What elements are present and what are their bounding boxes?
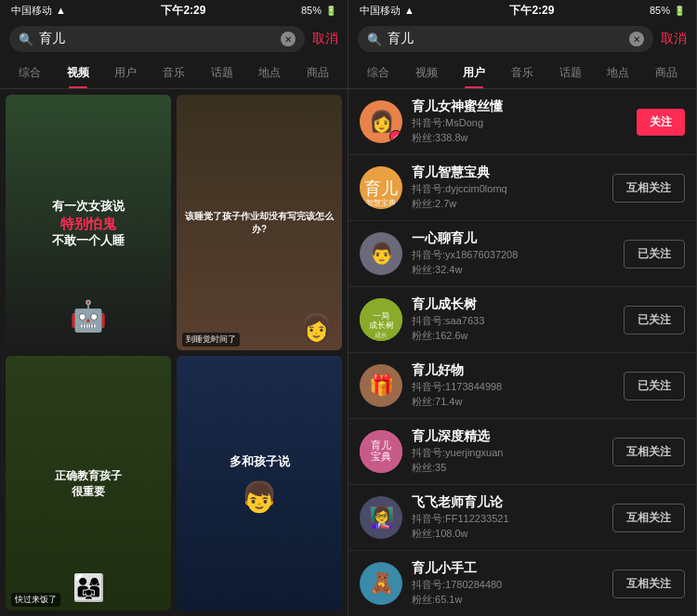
left-tab-music[interactable]: 音乐 <box>150 58 198 88</box>
left-tab-all[interactable]: 综合 <box>6 58 54 88</box>
video4-title: 多和孩子说 <box>230 453 290 470</box>
user3-follow-button[interactable]: 已关注 <box>624 240 685 269</box>
right-status-bar: 中国移动 ▲ 下午2:29 85% 🔋 <box>348 0 696 20</box>
right-tab-all[interactable]: 综合 <box>354 58 402 88</box>
right-search-icon: 🔍 <box>367 33 382 46</box>
right-status-left: 中国移动 ▲ <box>360 4 414 18</box>
video-card-4[interactable]: 多和孩子说 👦 多和孩子说这5句话，你的孩子会越来越优秀#育儿教育 #宝妈 @老… <box>177 356 342 611</box>
left-panel: 中国移动 ▲ 下午2:29 85% 🔋 🔍 育儿 ✕ 取消 综合 视频 用户 音… <box>0 0 348 616</box>
video3-corner-label: 快过来饭了 <box>11 593 60 607</box>
right-search-clear-button[interactable]: ✕ <box>629 32 644 46</box>
user-item-7[interactable]: 👩‍🏫 飞飞老师育儿论 抖音号:FF112233521 粉丝:108.0w 互相… <box>348 485 696 551</box>
user1-avatar: 👩 ✓ <box>360 100 402 143</box>
svg-text:成长: 成长 <box>375 332 388 338</box>
user7-follow-button[interactable]: 互相关注 <box>612 504 685 532</box>
right-search-text: 育儿 <box>388 31 624 47</box>
svg-text:育儿: 育儿 <box>371 439 391 451</box>
user4-follow-button[interactable]: 已关注 <box>624 306 685 334</box>
user-item-1[interactable]: 👩 ✓ 育儿女神蜜丝懂 抖音号:MsDong 粉丝:338.8w 关注 <box>348 89 696 155</box>
video-card-3[interactable]: 正确教育孩子 很重要 👨‍👩‍👧 快过来饭了 这位妈妈太会教育孩子了......… <box>6 356 171 611</box>
user5-info: 育儿好物 抖音号:1173844998 粉丝:71.4w <box>412 362 614 409</box>
video1-title1: 有一次女孩说 <box>52 198 125 215</box>
video-card-1[interactable]: 有一次女孩说 特别怕鬼 不敢一个人睡 🤖 学会倾听，是父母给孩子最好的教育。耐心… <box>6 95 171 350</box>
user2-avatar: 育儿 智慧宝典 <box>360 166 402 209</box>
right-panel: 中国移动 ▲ 下午2:29 85% 🔋 🔍 育儿 ✕ 取消 综合 视频 用户 音… <box>348 0 697 616</box>
svg-text:一局: 一局 <box>373 311 389 321</box>
video2-figure: 👩 <box>300 312 333 343</box>
user8-avatar-icon: 🧸 <box>369 571 394 596</box>
left-search-clear-button[interactable]: ✕ <box>281 32 296 46</box>
user6-fans: 粉丝:35 <box>412 461 603 475</box>
left-tab-user[interactable]: 用户 <box>101 58 150 88</box>
left-search-input-wrap[interactable]: 🔍 育儿 ✕ <box>9 26 305 52</box>
user3-fans: 粉丝:32.4w <box>412 263 614 277</box>
left-tab-video[interactable]: 视频 <box>54 58 102 88</box>
user6-follow-button[interactable]: 互相关注 <box>612 438 685 466</box>
user-item-8[interactable]: 🧸 育儿小手工 抖音号:1780284480 粉丝:65.1w 互相关注 <box>348 551 696 616</box>
user7-name: 飞飞老师育儿论 <box>412 494 603 511</box>
right-search-bar: 🔍 育儿 ✕ 取消 <box>348 20 696 58</box>
user4-info: 育儿成长树 抖音号:saa7633 粉丝:162.6w <box>412 296 614 343</box>
svg-text:智慧宝典: 智慧宝典 <box>366 199 396 207</box>
user1-avatar-icon: 👩 <box>369 110 394 134</box>
video2-corner-label: 到睡觉时间了 <box>182 333 240 347</box>
left-search-text: 育儿 <box>39 31 275 47</box>
left-tab-product[interactable]: 商品 <box>294 58 342 88</box>
user-item-5[interactable]: 🎁 育儿好物 抖音号:1173844998 粉丝:71.4w 已关注 <box>348 353 696 419</box>
right-tab-place[interactable]: 地点 <box>595 58 643 88</box>
video3-title2: 很重要 <box>55 484 122 500</box>
right-tab-user[interactable]: 用户 <box>450 58 498 88</box>
user5-fans: 粉丝:71.4w <box>412 395 614 409</box>
user-item-2[interactable]: 育儿 智慧宝典 育儿智慧宝典 抖音号:dyjccim0lomq 粉丝:2.7w … <box>348 155 696 221</box>
user5-avatar-icon: 🎁 <box>369 374 394 398</box>
right-cancel-button[interactable]: 取消 <box>661 31 687 47</box>
user1-name: 育儿女神蜜丝懂 <box>412 98 627 115</box>
video4-figure: 👦 <box>241 479 278 515</box>
user8-follow-button[interactable]: 互相关注 <box>612 570 685 598</box>
user3-info: 一心聊育儿 抖音号:yx18676037208 粉丝:32.4w <box>412 230 614 277</box>
right-tab-topic[interactable]: 话题 <box>546 58 595 88</box>
user2-handle: 抖音号:dyjccim0lomq <box>412 182 603 196</box>
user7-handle: 抖音号:FF112233521 <box>412 512 603 526</box>
user-list: 👩 ✓ 育儿女神蜜丝懂 抖音号:MsDong 粉丝:338.8w 关注 育儿 智… <box>348 89 696 616</box>
video-grid: 有一次女孩说 特别怕鬼 不敢一个人睡 🤖 学会倾听，是父母给孩子最好的教育。耐心… <box>0 89 348 616</box>
user3-handle: 抖音号:yx18676037208 <box>412 248 614 262</box>
left-search-icon: 🔍 <box>19 33 33 46</box>
user7-avatar: 👩‍🏫 <box>360 496 402 539</box>
user-item-4[interactable]: 一局 成长树 成长 育儿成长树 抖音号:saa7633 粉丝:162.6w 已关… <box>348 287 696 353</box>
user8-fans: 粉丝:65.1w <box>412 593 603 607</box>
right-tab-product[interactable]: 商品 <box>642 58 690 88</box>
right-tabs: 综合 视频 用户 音乐 话题 地点 商品 <box>348 58 696 89</box>
left-tab-place[interactable]: 地点 <box>246 58 295 88</box>
svg-text:宝典: 宝典 <box>371 451 391 462</box>
left-carrier: 中国移动 <box>11 4 52 18</box>
user6-handle: 抖音号:yuerjingxuan <box>412 446 603 460</box>
user4-avatar-svg: 一局 成长树 成长 <box>360 298 402 341</box>
user4-handle: 抖音号:saa7633 <box>412 314 614 328</box>
left-tab-topic[interactable]: 话题 <box>198 58 246 88</box>
video2-title: 该睡觉了孩子作业却没有写完该怎么办? <box>184 210 335 236</box>
user3-avatar: 👨 <box>360 232 402 275</box>
user1-info: 育儿女神蜜丝懂 抖音号:MsDong 粉丝:338.8w <box>412 98 627 145</box>
user2-name: 育儿智慧宝典 <box>412 164 603 181</box>
right-battery-icon: 🔋 <box>674 6 685 16</box>
right-search-input-wrap[interactable]: 🔍 育儿 ✕ <box>358 26 653 52</box>
left-status-bar: 中国移动 ▲ 下午2:29 85% 🔋 <box>0 0 348 20</box>
user-item-3[interactable]: 👨 一心聊育儿 抖音号:yx18676037208 粉丝:32.4w 已关注 <box>348 221 696 287</box>
user2-info: 育儿智慧宝典 抖音号:dyjccim0lomq 粉丝:2.7w <box>412 164 603 211</box>
user5-follow-button[interactable]: 已关注 <box>624 372 685 400</box>
right-tab-music[interactable]: 音乐 <box>498 58 546 88</box>
video-card-2[interactable]: 该睡觉了孩子作业却没有写完该怎么办? 👩 到睡觉时间了 该睡觉了孩子作业却没写完… <box>177 95 342 350</box>
user5-avatar: 🎁 <box>360 364 402 407</box>
left-battery: 85% <box>301 5 322 16</box>
left-cancel-button[interactable]: 取消 <box>312 31 338 47</box>
right-tab-video[interactable]: 视频 <box>402 58 451 88</box>
right-battery: 85% <box>650 5 670 16</box>
user5-name: 育儿好物 <box>412 362 614 379</box>
user2-follow-button[interactable]: 互相关注 <box>612 174 685 203</box>
user8-name: 育儿小手工 <box>412 560 603 577</box>
user1-follow-button[interactable]: 关注 <box>637 109 685 136</box>
user6-avatar: 育儿 宝典 <box>360 430 402 473</box>
user2-avatar-svg: 育儿 智慧宝典 <box>360 166 402 209</box>
user-item-6[interactable]: 育儿 宝典 育儿深度精选 抖音号:yuerjingxuan 粉丝:35 互相关注 <box>348 419 696 485</box>
